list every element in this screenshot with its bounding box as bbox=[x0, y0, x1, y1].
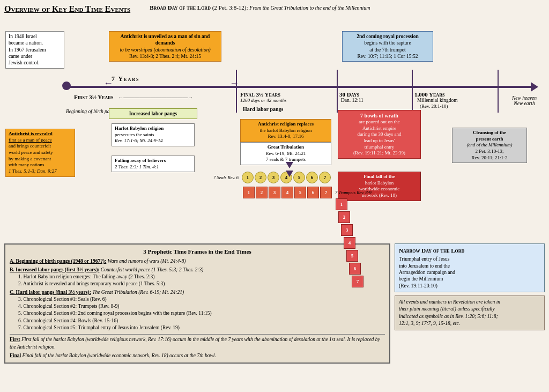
bowls-staircase: 1 2 3 4 5 6 7 bbox=[336, 197, 363, 287]
cleansing-ref: 2 Pet. 3:10-13; Rev. 20:11; 21:1-2 bbox=[455, 149, 524, 161]
cleansing-box: Cleansing of the present earth (end of t… bbox=[452, 128, 527, 163]
antichrist-replaces-line2: the harlot Babylon religion bbox=[243, 128, 328, 134]
antichrist-peace-line5: by making a covenant bbox=[9, 156, 72, 162]
new-heaven-label: New heaven New earth bbox=[503, 95, 546, 106]
new-heaven-vline bbox=[498, 70, 499, 113]
final-fall-line2: harlot Babylon bbox=[341, 180, 418, 187]
bowl-step-2: 2 bbox=[338, 211, 350, 223]
antichrist-unveiled-line2: to be worshiped (abomination of desolati… bbox=[120, 47, 210, 53]
main-timeline-line bbox=[66, 86, 534, 88]
antichrist-replaces-ref: Rev. 13:4-8; 17:16 bbox=[243, 134, 328, 140]
trumpets-label: 7 Trumpets Rev. 8-9 bbox=[335, 190, 372, 195]
prophetic-c3: 3. Chronological Section #1: Seals (Rev.… bbox=[18, 296, 385, 303]
bowl-step-7: 7 bbox=[352, 276, 363, 287]
harlot-title: Harlot Babylon religion bbox=[115, 125, 191, 132]
right-bottom: Narrow Day of the Lord Triumphal entry o… bbox=[395, 243, 545, 364]
bowl-step-6: 6 bbox=[349, 263, 361, 275]
antichrist-peace-line1: Antichrist is revealed bbox=[9, 131, 72, 137]
prophetic-c-label: C. Hard labor pangs (final 3½ years): bbox=[10, 290, 91, 295]
bowls-line3: Antichrist empire bbox=[341, 125, 418, 132]
literal-box: All events and numbers in Revelation are… bbox=[395, 295, 545, 330]
seal-6: 6 bbox=[306, 172, 318, 183]
first-3-5-label: First 3½ Years ←————————————→ bbox=[74, 94, 193, 100]
harlot-ref: Rev. 17:1-6; Mt. 24:9-14 bbox=[115, 138, 191, 144]
bowls-title: 7 bowls of wrath bbox=[341, 112, 418, 119]
final-fall-content: Final fall of the harlot Babylon (worldw… bbox=[23, 353, 216, 358]
bowls-wrath-box: 7 bowls of wrath are poured out on the A… bbox=[338, 110, 421, 159]
bowl-step-4: 4 bbox=[344, 237, 355, 249]
final-fall-title: Final fall of the bbox=[341, 174, 418, 180]
down-arrow-1 bbox=[286, 162, 293, 168]
thousand-years-vline bbox=[412, 70, 413, 113]
page: Overview of Key End Time Events Broad Da… bbox=[0, 0, 549, 392]
narrow-day-box: Narrow Day of the Lord Triumphal entry o… bbox=[395, 243, 545, 292]
thirty-days-vline bbox=[337, 70, 338, 113]
antichrist-peace-ref: 1 Thes. 5:1-3; Dan. 9:27 bbox=[9, 168, 72, 175]
antichrist-peace-line6: with many nations bbox=[9, 162, 72, 168]
great-trib-title: Great Tribulation bbox=[243, 144, 328, 151]
cleansing-sub: (end of the Millennium) bbox=[455, 142, 524, 149]
literal-text: All events and numbers in Revelation are… bbox=[399, 299, 500, 326]
timeline-arrow bbox=[531, 82, 538, 92]
seals-label: 7 Seals Rev. 6 bbox=[213, 175, 239, 180]
prophetic-b: B. Increased labor pangs (first 3½ years… bbox=[10, 267, 385, 273]
antichrist-peace-line2: first as a man of peace bbox=[9, 137, 72, 144]
narrow-day-text: Triumphal entry of Jesus into Jerusalem … bbox=[399, 256, 540, 289]
second-coming-ref: Rev. 10:7; 11:15; 1 Cor 15:52 bbox=[357, 54, 418, 59]
first-fall-text: First First fall of the harlot Babylon (… bbox=[10, 334, 385, 351]
prophetic-c: C. Hard labor pangs (final 3½ years): Th… bbox=[10, 289, 385, 296]
second-coming-box: 2nd coming royal procession begins with … bbox=[342, 31, 433, 62]
millennium-ref: (Rev. 20:1-10) bbox=[420, 103, 448, 109]
israel-1948-box: In 1948 Israel became a nation. In 1967 … bbox=[5, 31, 64, 69]
trumpet-5: 5 bbox=[294, 187, 306, 198]
trumpet-4: 4 bbox=[281, 187, 293, 198]
harlot-box: Harlot Babylon religion persecutes the s… bbox=[112, 123, 195, 146]
antichrist-unveiled-ref: Rev. 13:4-8; 2 Thes. 2:4; Mt. 24:15 bbox=[129, 54, 201, 59]
thirty-days-label: 30 Days bbox=[339, 91, 359, 98]
prophetic-c6: 6. Chronological Section #4: Bowls (Rev.… bbox=[18, 317, 385, 324]
prophetic-a-label: A. Beginning of birth pangs (1948 or 196… bbox=[10, 258, 106, 264]
header: Overview of Key End Time Events Broad Da… bbox=[4, 4, 545, 14]
millennium-label: Millennial kingdom bbox=[417, 98, 458, 103]
seven-years-label: 7 Years bbox=[112, 75, 140, 83]
broad-day-container: Broad Day of the Lord (2 Pet. 3:8-12): F… bbox=[150, 4, 370, 11]
israel-1948-text: In 1948 Israel became a nation. In 1967 … bbox=[9, 34, 46, 65]
prophetic-c5: 5. Chronological Section #3: 2nd coming … bbox=[18, 310, 385, 317]
antichrist-replaces-box: Antichrist religion replaces the harlot … bbox=[240, 119, 331, 142]
timeline-area: In 1948 Israel became a nation. In 1967 … bbox=[4, 16, 545, 241]
broad-day-ref: (2 Pet. 3:8-12): bbox=[212, 4, 248, 11]
first-fall-content: First fall of the harlot Babylon (worldw… bbox=[10, 337, 380, 349]
timeline-start-dot bbox=[62, 82, 71, 90]
hard-labor-label: Hard labor pangs bbox=[243, 106, 323, 112]
prophetic-b-label: B. Increased labor pangs (first 3½ years… bbox=[10, 267, 99, 272]
antichrist-unveiled-box: Antichrist is unveiled as a man of sin a… bbox=[109, 31, 221, 62]
great-trib-ref: Rev. 6-19; Mt. 24:21 bbox=[243, 151, 328, 157]
bowls-ref: (Rev. 19:11-21; Mt. 23:39) bbox=[341, 150, 418, 157]
trumpet-3: 3 bbox=[269, 187, 280, 198]
final-3-5-sub: 1260 days or 42 months bbox=[240, 98, 287, 103]
antichrist-peace-box: Antichrist is revealed first as a man of… bbox=[5, 129, 75, 177]
second-coming-line1: 2nd coming royal procession bbox=[357, 34, 419, 39]
prophetic-b2: 2. Antichrist is revealed and brings tem… bbox=[18, 280, 385, 287]
seal-3: 3 bbox=[268, 172, 279, 183]
second-coming-line2: begins with the rapture bbox=[364, 40, 411, 46]
falling-away-ref: 2 Thes. 2:3; 1 Tim. 4:1 bbox=[115, 164, 191, 171]
falling-away-title: Falling away of believers bbox=[115, 158, 191, 164]
trumpet-1: 1 bbox=[243, 187, 255, 198]
bottom-section: 3 Prophetic Time Frames in the End Times… bbox=[4, 243, 545, 364]
narrow-day-title: Narrow Day of the Lord bbox=[399, 247, 540, 254]
antichrist-peace-line3: and brings counterfeit bbox=[9, 143, 72, 150]
increased-labor-text: Increased labor pangs bbox=[129, 111, 177, 116]
prophetic-a-text: Wars and rumors of wars (Mt. 24:4-8) bbox=[108, 258, 186, 264]
final-fall-text: Final Final fall of the harlot Babylon (… bbox=[10, 352, 385, 359]
prophetic-a: A. Beginning of birth pangs (1948 or 196… bbox=[10, 258, 385, 265]
prophetic-c-text: The Great Tribulation (Rev. 6-19; Mt. 24… bbox=[92, 290, 184, 295]
prophetic-box: 3 Prophetic Time Frames in the End Times… bbox=[4, 243, 390, 364]
prophetic-b1: 1. Harlot Babylon religion emerges: The … bbox=[18, 273, 385, 280]
antichrist-unveiled-title: Antichrist is unveiled as a man of sin a… bbox=[121, 34, 210, 46]
down-arrow-2 bbox=[286, 171, 293, 177]
seals-row: 7 Seals Rev. 6 1 2 3 4 5 6 7 bbox=[213, 172, 331, 183]
broad-day-label: Broad Day of the Lord bbox=[150, 4, 211, 11]
trumpets-row: 1 2 3 4 5 6 7 7 Trumpets Rev. 8-9 bbox=[243, 187, 372, 198]
bowl-step-3: 3 bbox=[341, 224, 353, 236]
